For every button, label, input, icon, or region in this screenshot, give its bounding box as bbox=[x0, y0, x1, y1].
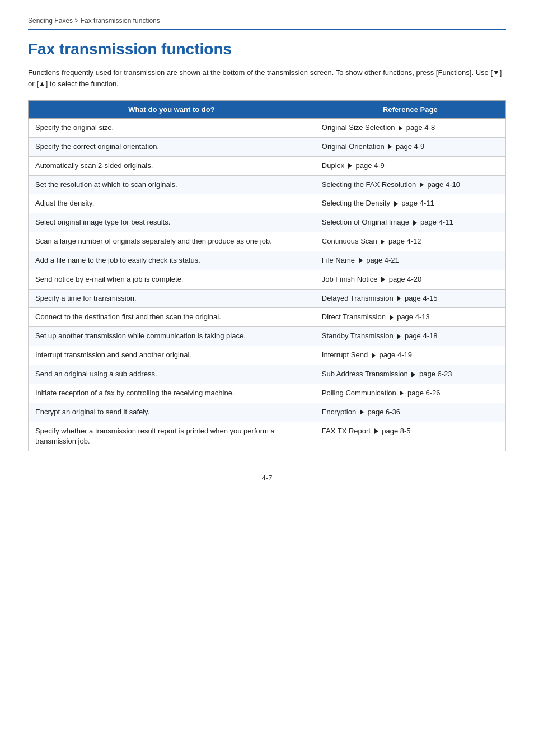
what-cell: Initiate reception of a fax by controlli… bbox=[29, 384, 315, 403]
arrow-icon bbox=[411, 372, 415, 377]
table-row: Automatically scan 2-sided originals.Dup… bbox=[29, 156, 506, 175]
ref-cell: Encryption page 6-36 bbox=[315, 403, 505, 422]
table-row: Set the resolution at which to scan orig… bbox=[29, 175, 506, 194]
arrow-icon bbox=[390, 315, 394, 320]
what-cell: Connect to the destination first and the… bbox=[29, 308, 315, 327]
arrow-icon bbox=[359, 258, 363, 263]
table-row: Encrypt an original to send it safely.En… bbox=[29, 403, 506, 422]
ref-cell: Original Orientation page 4-9 bbox=[315, 137, 505, 156]
table-row: Set up another transmission while commun… bbox=[29, 327, 506, 346]
what-cell: Encrypt an original to send it safely. bbox=[29, 403, 315, 422]
ref-cell: Continuous Scan page 4-12 bbox=[315, 232, 505, 251]
ref-cell: FAX TX Report page 8-5 bbox=[315, 422, 505, 451]
functions-table: What do you want to do? Reference Page S… bbox=[28, 100, 506, 451]
table-row: Specify a time for transmission.Delayed … bbox=[29, 289, 506, 308]
what-cell: Select original image type for best resu… bbox=[29, 213, 315, 232]
arrow-icon bbox=[388, 144, 392, 150]
ref-cell: Polling Communication page 6-26 bbox=[315, 384, 505, 403]
ref-cell: Original Size Selection page 4-8 bbox=[315, 119, 505, 138]
table-row: Connect to the destination first and the… bbox=[29, 308, 506, 327]
table-row: Send an original using a sub address.Sub… bbox=[29, 365, 506, 384]
what-cell: Send an original using a sub address. bbox=[29, 365, 315, 384]
table-row: Scan a large number of originals separat… bbox=[29, 232, 506, 251]
ref-cell: Sub Address Transmission page 6-23 bbox=[315, 365, 505, 384]
arrow-icon bbox=[381, 277, 385, 282]
arrow-icon bbox=[360, 409, 364, 415]
ref-cell: Selection of Original Image page 4-11 bbox=[315, 213, 505, 232]
what-cell: Specify the correct original orientation… bbox=[29, 137, 315, 156]
ref-cell: Direct Transmission page 4-13 bbox=[315, 308, 505, 327]
table-row: Add a file name to the job to easily che… bbox=[29, 251, 506, 270]
what-cell: Set up another transmission while commun… bbox=[29, 327, 315, 346]
ref-cell: Delayed Transmission page 4-15 bbox=[315, 289, 505, 308]
what-cell: Interrupt transmission and send another … bbox=[29, 346, 315, 365]
what-cell: Scan a large number of originals separat… bbox=[29, 232, 315, 251]
table-row: Initiate reception of a fax by controlli… bbox=[29, 384, 506, 403]
table-row: Specify whether a transmission result re… bbox=[29, 422, 506, 451]
table-row: Adjust the density.Selecting the Density… bbox=[29, 194, 506, 213]
table-row: Send notice by e-mail when a job is comp… bbox=[29, 270, 506, 289]
arrow-icon bbox=[374, 428, 378, 434]
ref-cell: Duplex page 4-9 bbox=[315, 156, 505, 175]
arrow-icon bbox=[348, 163, 352, 169]
arrow-icon bbox=[394, 201, 398, 207]
arrow-icon bbox=[400, 390, 404, 396]
col2-header: Reference Page bbox=[315, 101, 505, 119]
arrow-icon bbox=[397, 334, 401, 339]
page-number: 4-7 bbox=[28, 474, 506, 482]
what-cell: Specify whether a transmission result re… bbox=[29, 422, 315, 451]
what-cell: Send notice by e-mail when a job is comp… bbox=[29, 270, 315, 289]
what-cell: Specify a time for transmission. bbox=[29, 289, 315, 308]
ref-cell: Job Finish Notice page 4-20 bbox=[315, 270, 505, 289]
intro-text: Functions frequently used for transmissi… bbox=[28, 67, 506, 89]
table-row: Select original image type for best resu… bbox=[29, 213, 506, 232]
page-title: Fax transmission functions bbox=[28, 40, 506, 58]
table-row: Specify the original size.Original Size … bbox=[29, 119, 506, 138]
ref-cell: Interrupt Send page 4-19 bbox=[315, 346, 505, 365]
what-cell: Set the resolution at which to scan orig… bbox=[29, 175, 315, 194]
breadcrumb: Sending Faxes > Fax transmission functio… bbox=[28, 17, 506, 30]
arrow-icon bbox=[420, 182, 424, 188]
ref-cell: File Name page 4-21 bbox=[315, 251, 505, 270]
arrow-icon bbox=[381, 239, 385, 245]
ref-cell: Selecting the Density page 4-11 bbox=[315, 194, 505, 213]
arrow-icon bbox=[397, 296, 401, 301]
arrow-icon bbox=[413, 220, 417, 226]
arrow-icon bbox=[399, 125, 402, 131]
what-cell: Add a file name to the job to easily che… bbox=[29, 251, 315, 270]
ref-cell: Selecting the FAX Resolution page 4-10 bbox=[315, 175, 505, 194]
table-row: Specify the correct original orientation… bbox=[29, 137, 506, 156]
col1-header: What do you want to do? bbox=[29, 101, 315, 119]
arrow-icon bbox=[372, 353, 376, 358]
table-row: Interrupt transmission and send another … bbox=[29, 346, 506, 365]
what-cell: Adjust the density. bbox=[29, 194, 315, 213]
ref-cell: Standby Transmission page 4-18 bbox=[315, 327, 505, 346]
what-cell: Specify the original size. bbox=[29, 119, 315, 138]
what-cell: Automatically scan 2-sided originals. bbox=[29, 156, 315, 175]
